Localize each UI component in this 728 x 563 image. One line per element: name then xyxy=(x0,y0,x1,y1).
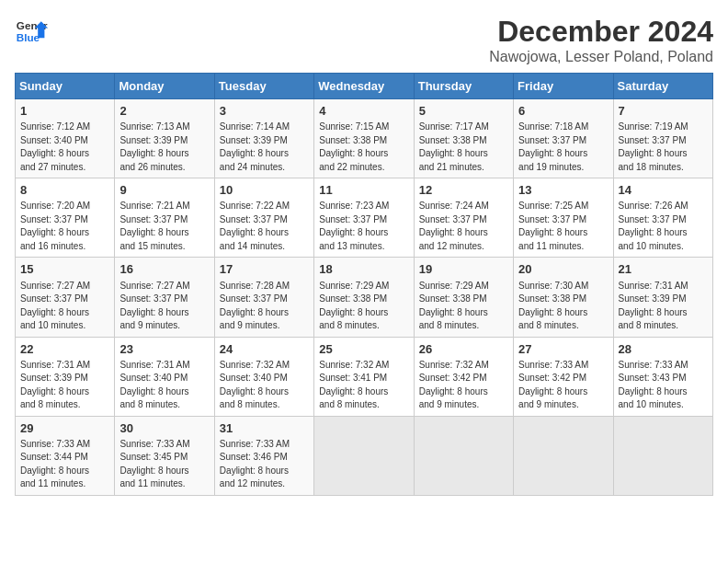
day-number: 18 xyxy=(319,261,408,278)
day-info: Sunrise: 7:30 AM Sunset: 3:38 PM Dayligh… xyxy=(518,280,608,333)
calendar-day-cell: 1Sunrise: 7:12 AM Sunset: 3:40 PM Daylig… xyxy=(16,99,115,178)
day-info: Sunrise: 7:32 AM Sunset: 3:42 PM Dayligh… xyxy=(419,359,508,412)
calendar-day-cell: 15Sunrise: 7:27 AM Sunset: 3:37 PM Dayli… xyxy=(16,258,115,337)
day-info: Sunrise: 7:14 AM Sunset: 3:39 PM Dayligh… xyxy=(220,121,309,174)
calendar-day-cell: 17Sunrise: 7:28 AM Sunset: 3:37 PM Dayli… xyxy=(214,258,313,337)
day-info: Sunrise: 7:20 AM Sunset: 3:37 PM Dayligh… xyxy=(20,200,109,253)
weekday-header-row: SundayMondayTuesdayWednesdayThursdayFrid… xyxy=(16,74,713,99)
day-info: Sunrise: 7:31 AM Sunset: 3:40 PM Dayligh… xyxy=(119,359,209,412)
day-number: 24 xyxy=(220,341,309,358)
day-info: Sunrise: 7:26 AM Sunset: 3:37 PM Dayligh… xyxy=(619,200,708,253)
calendar-day-cell: 7Sunrise: 7:19 AM Sunset: 3:37 PM Daylig… xyxy=(613,99,712,178)
day-number: 14 xyxy=(619,182,708,199)
day-number: 8 xyxy=(20,182,109,199)
weekday-header-sunday: Sunday xyxy=(16,74,115,99)
calendar-week-5: 29Sunrise: 7:33 AM Sunset: 3:44 PM Dayli… xyxy=(16,416,713,495)
day-info: Sunrise: 7:25 AM Sunset: 3:37 PM Dayligh… xyxy=(518,200,608,253)
calendar-day-cell: 28Sunrise: 7:33 AM Sunset: 3:43 PM Dayli… xyxy=(613,337,712,416)
day-number: 22 xyxy=(20,341,109,358)
day-number: 15 xyxy=(20,261,109,278)
month-title: December 2024 xyxy=(489,15,713,49)
day-number: 7 xyxy=(619,103,708,120)
day-number: 25 xyxy=(319,341,408,358)
calendar-day-cell: 14Sunrise: 7:26 AM Sunset: 3:37 PM Dayli… xyxy=(613,178,712,258)
calendar-day-cell: 10Sunrise: 7:22 AM Sunset: 3:37 PM Dayli… xyxy=(214,178,313,258)
day-info: Sunrise: 7:13 AM Sunset: 3:39 PM Dayligh… xyxy=(119,121,209,174)
day-info: Sunrise: 7:32 AM Sunset: 3:41 PM Dayligh… xyxy=(319,359,408,412)
day-info: Sunrise: 7:22 AM Sunset: 3:37 PM Dayligh… xyxy=(220,200,309,253)
day-info: Sunrise: 7:29 AM Sunset: 3:38 PM Dayligh… xyxy=(319,280,408,333)
day-number: 31 xyxy=(220,420,309,437)
day-number: 3 xyxy=(220,103,309,120)
day-info: Sunrise: 7:31 AM Sunset: 3:39 PM Dayligh… xyxy=(619,280,708,333)
day-info: Sunrise: 7:33 AM Sunset: 3:45 PM Dayligh… xyxy=(119,438,209,491)
day-info: Sunrise: 7:24 AM Sunset: 3:37 PM Dayligh… xyxy=(419,200,508,253)
weekday-header-monday: Monday xyxy=(115,74,214,99)
day-info: Sunrise: 7:27 AM Sunset: 3:37 PM Dayligh… xyxy=(20,280,109,333)
day-number: 30 xyxy=(119,420,209,437)
day-number: 23 xyxy=(119,341,209,358)
weekday-header-tuesday: Tuesday xyxy=(214,74,313,99)
calendar-day-cell: 23Sunrise: 7:31 AM Sunset: 3:40 PM Dayli… xyxy=(115,337,214,416)
day-number: 11 xyxy=(319,182,408,199)
calendar-day-cell: 16Sunrise: 7:27 AM Sunset: 3:37 PM Dayli… xyxy=(115,258,214,337)
logo-icon: General Blue xyxy=(15,15,48,48)
day-number: 28 xyxy=(619,341,708,358)
day-info: Sunrise: 7:27 AM Sunset: 3:37 PM Dayligh… xyxy=(119,280,209,333)
day-info: Sunrise: 7:29 AM Sunset: 3:38 PM Dayligh… xyxy=(419,280,508,333)
day-info: Sunrise: 7:32 AM Sunset: 3:40 PM Dayligh… xyxy=(220,359,309,412)
day-number: 12 xyxy=(419,182,508,199)
day-number: 1 xyxy=(20,103,109,120)
calendar-day-cell: 6Sunrise: 7:18 AM Sunset: 3:37 PM Daylig… xyxy=(514,99,613,178)
calendar-day-cell: 30Sunrise: 7:33 AM Sunset: 3:45 PM Dayli… xyxy=(115,416,214,495)
calendar-day-cell: 3Sunrise: 7:14 AM Sunset: 3:39 PM Daylig… xyxy=(214,99,313,178)
calendar-day-cell: 19Sunrise: 7:29 AM Sunset: 3:38 PM Dayli… xyxy=(414,258,513,337)
calendar-day-cell: 21Sunrise: 7:31 AM Sunset: 3:39 PM Dayli… xyxy=(613,258,712,337)
weekday-header-wednesday: Wednesday xyxy=(314,74,414,99)
day-number: 19 xyxy=(419,261,508,278)
day-number: 21 xyxy=(619,261,708,278)
calendar-day-cell: 18Sunrise: 7:29 AM Sunset: 3:38 PM Dayli… xyxy=(314,258,414,337)
calendar-week-4: 22Sunrise: 7:31 AM Sunset: 3:39 PM Dayli… xyxy=(16,337,713,416)
logo: General Blue xyxy=(15,15,48,48)
page-header: General Blue December 2024 Nawojowa, Les… xyxy=(15,15,713,65)
day-number: 16 xyxy=(119,261,209,278)
calendar-day-cell: 26Sunrise: 7:32 AM Sunset: 3:42 PM Dayli… xyxy=(414,337,513,416)
calendar-day-cell: 4Sunrise: 7:15 AM Sunset: 3:38 PM Daylig… xyxy=(314,99,414,178)
day-number: 27 xyxy=(518,341,608,358)
day-info: Sunrise: 7:12 AM Sunset: 3:40 PM Dayligh… xyxy=(20,121,109,174)
calendar-day-cell: 24Sunrise: 7:32 AM Sunset: 3:40 PM Dayli… xyxy=(214,337,313,416)
day-number: 20 xyxy=(518,261,608,278)
calendar-day-cell: 5Sunrise: 7:17 AM Sunset: 3:38 PM Daylig… xyxy=(414,99,513,178)
calendar-day-cell: 22Sunrise: 7:31 AM Sunset: 3:39 PM Dayli… xyxy=(16,337,115,416)
calendar-day-cell xyxy=(414,416,513,495)
day-number: 13 xyxy=(518,182,608,199)
day-number: 29 xyxy=(20,420,109,437)
calendar-day-cell: 27Sunrise: 7:33 AM Sunset: 3:42 PM Dayli… xyxy=(514,337,613,416)
calendar-day-cell: 25Sunrise: 7:32 AM Sunset: 3:41 PM Dayli… xyxy=(314,337,414,416)
calendar-day-cell: 13Sunrise: 7:25 AM Sunset: 3:37 PM Dayli… xyxy=(514,178,613,258)
day-info: Sunrise: 7:17 AM Sunset: 3:38 PM Dayligh… xyxy=(419,121,508,174)
day-info: Sunrise: 7:15 AM Sunset: 3:38 PM Dayligh… xyxy=(319,121,408,174)
calendar-day-cell: 20Sunrise: 7:30 AM Sunset: 3:38 PM Dayli… xyxy=(514,258,613,337)
calendar-day-cell xyxy=(314,416,414,495)
calendar-day-cell: 12Sunrise: 7:24 AM Sunset: 3:37 PM Dayli… xyxy=(414,178,513,258)
day-number: 2 xyxy=(119,103,209,120)
day-info: Sunrise: 7:33 AM Sunset: 3:44 PM Dayligh… xyxy=(20,438,109,491)
calendar-day-cell: 11Sunrise: 7:23 AM Sunset: 3:37 PM Dayli… xyxy=(314,178,414,258)
day-number: 9 xyxy=(119,182,209,199)
calendar-day-cell: 29Sunrise: 7:33 AM Sunset: 3:44 PM Dayli… xyxy=(16,416,115,495)
svg-text:Blue: Blue xyxy=(17,31,40,43)
day-info: Sunrise: 7:21 AM Sunset: 3:37 PM Dayligh… xyxy=(119,200,209,253)
day-number: 5 xyxy=(419,103,508,120)
day-number: 6 xyxy=(518,103,608,120)
day-info: Sunrise: 7:19 AM Sunset: 3:37 PM Dayligh… xyxy=(619,121,708,174)
calendar-week-1: 1Sunrise: 7:12 AM Sunset: 3:40 PM Daylig… xyxy=(16,99,713,178)
calendar-day-cell: 9Sunrise: 7:21 AM Sunset: 3:37 PM Daylig… xyxy=(115,178,214,258)
calendar-day-cell xyxy=(514,416,613,495)
day-number: 26 xyxy=(419,341,508,358)
day-info: Sunrise: 7:33 AM Sunset: 3:42 PM Dayligh… xyxy=(518,359,608,412)
calendar-day-cell: 31Sunrise: 7:33 AM Sunset: 3:46 PM Dayli… xyxy=(214,416,313,495)
calendar-table: SundayMondayTuesdayWednesdayThursdayFrid… xyxy=(15,73,713,496)
title-area: December 2024 Nawojowa, Lesser Poland, P… xyxy=(489,15,713,65)
